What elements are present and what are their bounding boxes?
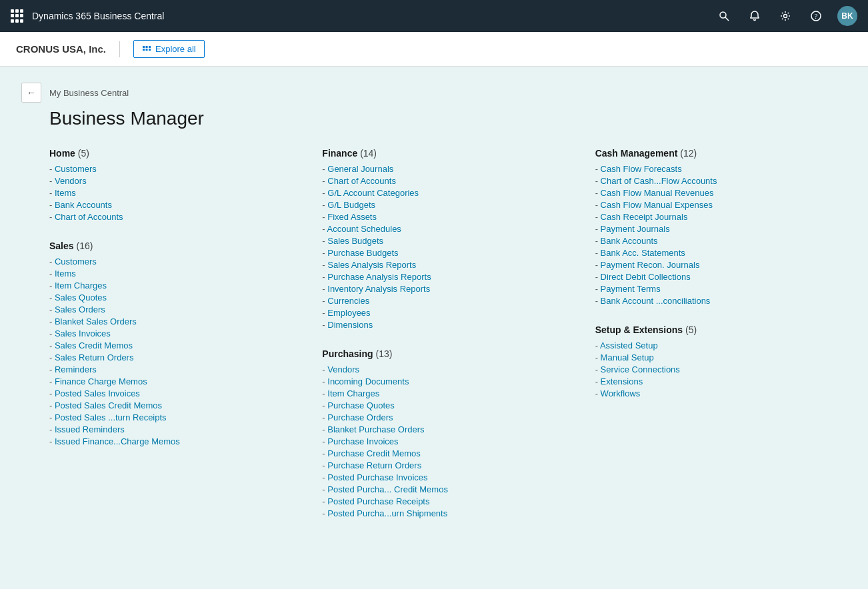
list-item-link[interactable]: Cash Flow Manual Revenues: [601, 188, 714, 198]
section-list-1-1: VendorsIncoming DocumentsItem ChargesPur…: [322, 364, 573, 518]
list-item-link[interactable]: Cash Flow Manual Expenses: [601, 200, 713, 210]
svg-rect-6: [146, 46, 148, 48]
list-item-link[interactable]: Employees: [327, 308, 370, 318]
list-item: Purchase Credit Memos: [322, 448, 573, 458]
list-item-link[interactable]: Reminders: [55, 364, 97, 374]
notification-icon[interactable]: [745, 7, 764, 25]
svg-point-0: [720, 12, 726, 18]
section-title-2-1: Setup & Extensions (5): [595, 324, 847, 335]
list-item-link[interactable]: Workflows: [601, 388, 641, 398]
list-item-link[interactable]: Bank Accounts: [55, 200, 112, 210]
list-item-link[interactable]: Manual Setup: [601, 352, 654, 362]
section-title-0-1: Sales (16): [49, 241, 301, 251]
list-item-link[interactable]: Extensions: [601, 376, 643, 386]
subheader: CRONUS USA, Inc. Explore all: [0, 32, 868, 67]
list-item-link[interactable]: Purchase Budgets: [327, 248, 398, 258]
list-item-link[interactable]: Sales Return Orders: [55, 352, 134, 362]
list-item-link[interactable]: Purchase Quotes: [327, 400, 394, 410]
svg-rect-5: [143, 46, 145, 48]
list-item-link[interactable]: Posted Sales ...turn Receipts: [55, 412, 167, 422]
list-item-link[interactable]: Sales Orders: [55, 304, 105, 314]
list-item-link[interactable]: Sales Analysis Reports: [327, 260, 416, 270]
list-item-link[interactable]: Posted Purcha... Credit Memos: [327, 484, 448, 494]
list-item-link[interactable]: Issued Finance...Charge Memos: [55, 436, 180, 446]
list-item-link[interactable]: Vendors: [327, 364, 359, 374]
list-item: Sales Budgets: [322, 236, 573, 246]
list-item-link[interactable]: G/L Budgets: [327, 200, 375, 210]
list-item-link[interactable]: Account Schedules: [327, 224, 401, 234]
list-item-link[interactable]: Sales Budgets: [327, 236, 383, 246]
list-item-link[interactable]: Item Charges: [327, 388, 379, 398]
column-2: Cash Management (12)Cash Flow ForecastsC…: [595, 148, 847, 537]
list-item-link[interactable]: Posted Purchase Invoices: [327, 472, 427, 482]
list-item: Posted Sales Credit Memos: [49, 400, 301, 410]
explore-all-label: Explore all: [155, 44, 196, 54]
list-item-link[interactable]: G/L Account Categories: [327, 188, 419, 198]
list-item-link[interactable]: Customers: [55, 257, 97, 267]
list-item-link[interactable]: Bank Account ...conciliations: [601, 296, 711, 306]
list-item-link[interactable]: Currencies: [327, 296, 369, 306]
list-item-link[interactable]: Inventory Analysis Reports: [327, 284, 430, 294]
list-item-link[interactable]: Chart of Accounts: [327, 176, 396, 186]
list-item-link[interactable]: Payment Recon. Journals: [601, 260, 700, 270]
list-item-link[interactable]: Purchase Return Orders: [327, 460, 421, 470]
list-item-link[interactable]: Fixed Assets: [327, 212, 377, 222]
list-item-link[interactable]: Posted Purcha...urn Shipments: [327, 508, 447, 518]
list-item-link[interactable]: Items: [55, 188, 76, 198]
list-item-link[interactable]: Direct Debit Collections: [601, 272, 691, 282]
explore-all-button[interactable]: Explore all: [133, 40, 205, 58]
list-item: Item Charges: [322, 388, 573, 398]
list-item-link[interactable]: Blanket Purchase Orders: [327, 424, 424, 434]
back-button[interactable]: ←: [21, 83, 41, 103]
list-item-link[interactable]: Finance Charge Memos: [55, 376, 147, 386]
list-item-link[interactable]: Customers: [55, 164, 97, 174]
list-item-link[interactable]: Cash Flow Forecasts: [601, 164, 682, 174]
list-item-link[interactable]: Items: [55, 269, 76, 279]
list-item-link[interactable]: Posted Purchase Receipts: [327, 496, 429, 506]
list-item: Chart of Cash...Flow Accounts: [595, 176, 847, 186]
search-icon[interactable]: [715, 7, 733, 25]
settings-icon[interactable]: [776, 7, 795, 25]
section-title-1-1: Purchasing (13): [322, 348, 573, 359]
list-item-link[interactable]: Incoming Documents: [327, 376, 409, 386]
list-item-link[interactable]: Blanket Sales Orders: [55, 316, 137, 326]
list-item: Reminders: [49, 364, 301, 374]
list-item-link[interactable]: Bank Acc. Statements: [601, 248, 685, 258]
list-item-link[interactable]: Sales Invoices: [55, 328, 111, 338]
list-item-link[interactable]: Bank Accounts: [601, 236, 658, 246]
list-item: Payment Recon. Journals: [595, 260, 847, 270]
list-item: G/L Budgets: [322, 200, 573, 210]
list-item-link[interactable]: General Journals: [327, 164, 393, 174]
list-item-link[interactable]: Assisted Setup: [600, 340, 658, 350]
list-item-link[interactable]: Payment Journals: [601, 224, 670, 234]
list-item-link[interactable]: Sales Credit Memos: [55, 340, 133, 350]
user-avatar[interactable]: BK: [837, 6, 857, 26]
list-item-link[interactable]: Purchase Credit Memos: [327, 448, 420, 458]
list-item-link[interactable]: Service Connections: [601, 364, 680, 374]
help-icon[interactable]: ?: [807, 7, 825, 25]
list-item-link[interactable]: Posted Sales Invoices: [55, 388, 140, 398]
list-item-link[interactable]: Purchase Analysis Reports: [327, 272, 431, 282]
section-0-0: Home (5)CustomersVendorsItemsBank Accoun…: [49, 148, 301, 222]
list-item-link[interactable]: Item Charges: [55, 281, 107, 291]
list-item-link[interactable]: Sales Quotes: [55, 293, 107, 302]
list-item: Dimensions: [322, 320, 573, 330]
section-list-2-0: Cash Flow ForecastsChart of Cash...Flow …: [595, 164, 847, 306]
list-item: G/L Account Categories: [322, 188, 573, 198]
list-item-link[interactable]: Payment Terms: [601, 284, 661, 294]
list-item: Chart of Accounts: [49, 212, 301, 222]
list-item-link[interactable]: Purchase Invoices: [327, 436, 398, 446]
list-item: Blanket Sales Orders: [49, 316, 301, 326]
list-item-link[interactable]: Dimensions: [327, 320, 373, 330]
list-item: Service Connections: [595, 364, 847, 374]
grid-menu-icon[interactable]: [11, 9, 24, 23]
list-item-link[interactable]: Purchase Orders: [327, 412, 393, 422]
list-item-link[interactable]: Issued Reminders: [55, 424, 125, 434]
list-item-link[interactable]: Chart of Accounts: [55, 212, 123, 222]
list-item-link[interactable]: Cash Receipt Journals: [601, 212, 688, 222]
list-item: Purchase Analysis Reports: [322, 272, 573, 282]
list-item-link[interactable]: Chart of Cash...Flow Accounts: [601, 176, 717, 186]
list-item-link[interactable]: Posted Sales Credit Memos: [55, 400, 162, 410]
list-item-link[interactable]: Vendors: [55, 176, 87, 186]
list-item: Sales Return Orders: [49, 352, 301, 362]
